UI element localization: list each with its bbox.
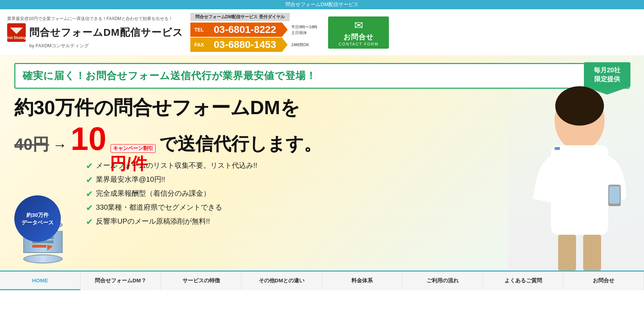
check-icon-1: ✔ (86, 161, 93, 171)
db-badge-line1: 約30万件 (26, 211, 49, 219)
check-icon-4: ✔ (86, 203, 93, 213)
db-badge-line2: データベース (21, 219, 54, 226)
svg-rect-14 (609, 186, 620, 204)
tel-arrow-icon (282, 23, 288, 37)
tel-hours: 平日9時〜18時 土日祝休 (291, 24, 317, 36)
nav-item-faq[interactable]: よくあるご質問 (483, 272, 564, 290)
tel-row: TEL 03-6801-8222 平日9時〜18時 土日祝休 (190, 23, 318, 37)
monthly-badge-line2: 限定提供 (594, 76, 620, 83)
svg-point-8 (555, 86, 604, 126)
fax-hours: 24時間OK (291, 42, 309, 48)
fax-arrow-icon (282, 38, 288, 52)
envelope-icon: ✉ (354, 19, 363, 31)
header: 業界最安@10円で企業フォームに一斉送信できる！FAXDMと合わせて効果を出せる… (0, 9, 644, 56)
logo-area: 業界最安@10円で企業フォームに一斉送信できる！FAXDMと合わせて効果を出せる… (7, 16, 183, 49)
price-suffix: で送信代行します。 (159, 132, 322, 156)
price-unit-group: キャンペーン割引 円/件 (110, 144, 156, 175)
logo-icon: First Strategy (7, 23, 26, 42)
price-arrow: → (53, 137, 67, 153)
contact-btn-sub-text: CONTACT FORM (338, 42, 379, 46)
top-bar: 問合せフォームDM配信サービス (0, 0, 644, 9)
hero-banner-text: 確実に届く！お問合せフォーム送信代行が業界最安値で登場！ (23, 69, 316, 83)
price-campaign: キャンペーン割引 (111, 144, 156, 153)
logo-sub: by FAXDMコンサルティング (29, 43, 89, 49)
svg-rect-12 (583, 235, 601, 271)
svg-rect-11 (558, 235, 576, 271)
fax-number: 03-6880-1453 (208, 38, 282, 52)
person-silhouette (508, 84, 644, 271)
db-disk-bottom (23, 254, 63, 263)
service-label: 問合せフォームDM配信サービス 受付ダイヤル (190, 13, 290, 21)
nav-item-difference[interactable]: その他DMとの違い (241, 272, 322, 290)
contact-info-area: 問合せフォームDM配信サービス 受付ダイヤル TEL 03-6801-8222 … (190, 13, 318, 52)
check-icon-5: ✔ (86, 217, 93, 227)
contact-btn-main-text: お問合せ (343, 32, 374, 42)
fax-label: FAX (190, 38, 208, 52)
logo-tagline: 業界最安@10円で企業フォームに一斉送信できる！FAXDMと合わせて効果を出せる… (7, 16, 173, 22)
nav-item-home[interactable]: HOME (0, 272, 80, 290)
nav-item-form[interactable]: 問合せフォームDM？ (80, 272, 161, 290)
top-bar-text: 問合せフォームDM配信サービス (286, 1, 358, 7)
contact-form-button[interactable]: ✉ お問合せ CONTACT FORM (328, 16, 389, 49)
nav-item-contact[interactable]: お問合せ (564, 272, 644, 290)
tel-number: 03-6801-8222 (208, 23, 282, 37)
svg-text:First Strategy: First Strategy (7, 36, 26, 40)
svg-rect-10 (555, 147, 560, 150)
db-badge: 約30万件 データベース (14, 195, 61, 242)
logo-main: First Strategy 問合せフォームDM配信サービス (7, 23, 183, 42)
monthly-badge-line1: 毎月20社 (594, 67, 620, 74)
nav-item-flow[interactable]: ご利用の流れ (402, 272, 483, 290)
person-image (508, 84, 644, 271)
main-nav: HOME 問合せフォームDM？ サービスの特徴 その他DMとの違い 料金体系 ご… (0, 271, 644, 290)
nav-item-features[interactable]: サービスの特徴 (161, 272, 241, 290)
tel-label: TEL (190, 23, 208, 37)
svg-marker-6 (47, 245, 53, 250)
logo-text: 問合せフォームDM配信サービス (29, 26, 183, 39)
svg-rect-9 (551, 145, 608, 235)
hero-section: 確実に届く！お問合せフォーム送信代行が業界最安値で登場！ 毎月20社 限定提供 … (0, 56, 644, 271)
check-icon-2: ✔ (86, 175, 93, 185)
price-old: 40円 (14, 133, 49, 156)
check-icon-3: ✔ (86, 189, 93, 199)
fax-row: FAX 03-6880-1453 24時間OK (190, 38, 309, 52)
svg-rect-5 (32, 245, 47, 248)
nav-item-pricing[interactable]: 料金体系 (322, 272, 402, 290)
price-new: 10 (70, 123, 106, 155)
